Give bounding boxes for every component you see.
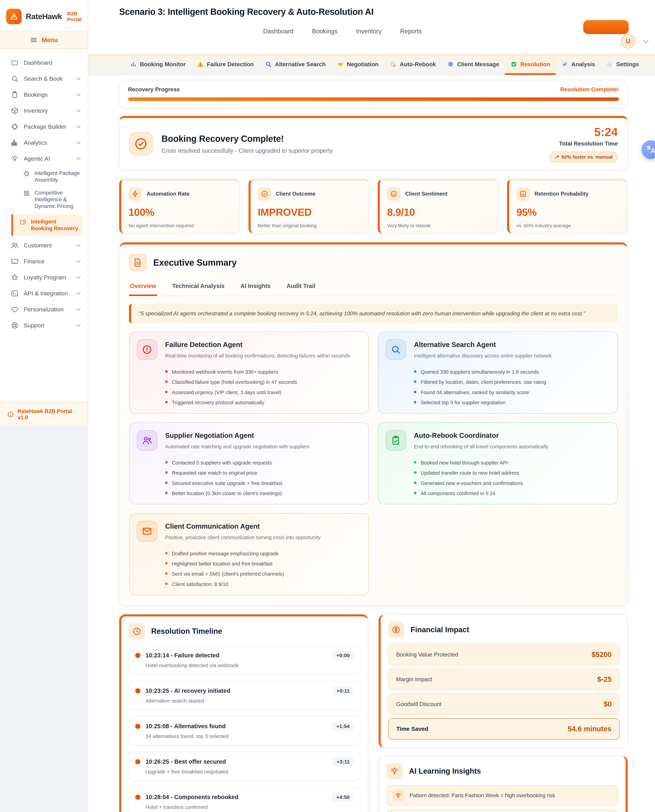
summary-tabs: Overview Technical Analysis AI Insights … xyxy=(129,280,618,296)
tab-overview[interactable]: Overview xyxy=(129,280,157,296)
sidebar-subitem-intelligent-package-assembly[interactable]: Intelligent Package Assembly xyxy=(0,167,88,186)
sidebar-item-personalization[interactable]: Personalization xyxy=(0,301,88,317)
tab-ai-insights[interactable]: AI Insights xyxy=(240,280,272,296)
lifebuoy-icon xyxy=(11,321,18,329)
sidebar-item-customers[interactable]: Customers xyxy=(0,237,88,254)
alert-circle-icon xyxy=(137,339,157,360)
progress-status: Resolution Complete! xyxy=(560,86,619,93)
sidebar-item-label: Package Builder xyxy=(24,123,66,130)
sidebar-item-analytics[interactable]: Analytics xyxy=(0,135,88,151)
sidebar-nav: Dashboard Search & Book Bookings Invento… xyxy=(0,49,88,402)
sidebar-item-loyalty-program[interactable]: Loyalty Program xyxy=(0,269,88,285)
stat-value: IMPROVED xyxy=(258,206,361,218)
magnifier-icon xyxy=(265,61,272,68)
check-circle-icon xyxy=(129,132,153,156)
stat-sub: vs. 60% industry average xyxy=(517,223,620,228)
users-icon xyxy=(11,241,18,249)
check-circle-icon xyxy=(258,187,271,201)
tab-alternative-search[interactable]: Alternative Search xyxy=(259,55,331,75)
sidebar-item-finance[interactable]: Finance xyxy=(0,254,88,269)
clipboard-icon xyxy=(11,91,18,98)
agent-card-supplier-negotiation: Supplier Negotiation Agent Automated rat… xyxy=(129,422,369,504)
sidebar-subitem-intelligent-booking-recovery[interactable]: Intelligent Booking Recovery xyxy=(11,214,83,236)
avatar[interactable]: U xyxy=(621,34,635,49)
stat-retention-probability: Retention Probability 95% vs. 60% indust… xyxy=(507,179,628,234)
clock-icon xyxy=(129,623,145,640)
info-icon xyxy=(7,411,14,418)
chevron-down-icon xyxy=(76,274,80,279)
tab-booking-monitor[interactable]: Booking Monitor xyxy=(125,55,191,75)
menu-toggle-button[interactable]: Menu xyxy=(0,31,88,49)
document-pen-icon xyxy=(390,61,397,68)
lightbulb-icon xyxy=(392,790,404,801)
header-nav-reports[interactable]: Reports xyxy=(400,28,422,35)
tab-resolution[interactable]: Resolution xyxy=(505,55,556,75)
clipboard-check-icon xyxy=(386,430,406,451)
bottom-grid: Resolution Timeline 10:23:14 - Failure d… xyxy=(119,614,628,812)
chip-icon xyxy=(23,170,30,177)
executive-summary-panel: Executive Summary Overview Technical Ana… xyxy=(119,242,628,606)
summary-quote: "5 specialized AI agents orchestrated a … xyxy=(129,304,618,323)
sidebar-item-agentic-ai[interactable]: Agentic AI xyxy=(0,151,88,167)
stat-value: 100% xyxy=(129,206,232,218)
insight-item: Supplier #45 downgraded to "Medium Relia… xyxy=(386,809,618,812)
hamburger-icon xyxy=(30,36,38,44)
user-menu[interactable]: U xyxy=(621,34,648,49)
agent-bullets: Drafted positive message emphasizing upg… xyxy=(165,547,361,587)
workflow-tabbar: Booking Monitor Failure Detection Altern… xyxy=(88,54,655,75)
header-nav-inventory[interactable]: Inventory xyxy=(356,28,381,35)
app-root: RateHawk B2B Portal Menu Dashboard Searc… xyxy=(0,0,655,812)
faster-badge: 92% faster vs. manual xyxy=(550,152,618,162)
terminal-icon xyxy=(11,289,18,297)
sidebar-item-label: Personalization xyxy=(24,306,64,313)
chevron-down-icon xyxy=(76,291,80,295)
brand-name: RateHawk xyxy=(26,12,62,21)
sidebar-item-support[interactable]: Support xyxy=(0,317,88,334)
tab-auto-rebook[interactable]: Auto-Rebook xyxy=(384,55,442,75)
zap-icon xyxy=(129,187,142,201)
chevron-down-icon xyxy=(76,242,80,247)
tab-failure-detection[interactable]: Failure Detection xyxy=(191,55,259,75)
financial-row: Margin Impact $-25 xyxy=(388,669,620,690)
tab-negotiation[interactable]: Negotiation xyxy=(331,55,384,75)
agent-bullets: Contacted 5 suppliers with upgrade reque… xyxy=(165,456,361,497)
dollar-icon xyxy=(388,621,404,638)
sidebar-subitem-label: Competitive Intelligence & Dynamic Prici… xyxy=(35,189,80,209)
envelope-icon xyxy=(137,521,157,541)
kpi-row: Automation Rate 100% No agent interventi… xyxy=(119,179,628,234)
sidebar-item-bookings[interactable]: Bookings xyxy=(0,87,88,103)
box-icon xyxy=(11,107,18,115)
heart-icon xyxy=(11,306,18,313)
tab-settings[interactable]: Settings xyxy=(601,55,645,75)
document-icon xyxy=(129,254,146,271)
elapsed-badge: +1:54 xyxy=(332,722,354,731)
header-nav-bookings[interactable]: Bookings xyxy=(312,28,337,35)
tab-technical-analysis[interactable]: Technical Analysis xyxy=(171,280,226,296)
brand-area: RateHawk B2B Portal xyxy=(0,0,88,31)
header-nav-dashboard[interactable]: Dashboard xyxy=(263,28,294,35)
tab-analysis[interactable]: Analysis xyxy=(556,55,601,75)
stat-client-outcome: Client Outcome IMPROVED Better than orig… xyxy=(249,179,369,234)
tab-client-message[interactable]: Client Message xyxy=(441,55,505,75)
financial-row: Booking Value Protected $5200 xyxy=(388,644,620,666)
sidebar-item-package-builder[interactable]: Package Builder xyxy=(0,119,88,135)
recovery-progress-card: Recovery Progress Resolution Complete! xyxy=(119,80,628,108)
banner-subtitle: Crisis resolved successfully - Client up… xyxy=(161,148,333,154)
search-icon xyxy=(386,339,406,360)
resolution-time-value: 5:24 xyxy=(550,125,618,139)
brand-badge: B2B Portal xyxy=(67,11,82,22)
elapsed-badge: +0:00 xyxy=(332,651,354,660)
gear-icon xyxy=(606,61,613,68)
search-icon xyxy=(11,75,18,83)
sidebar-item-inventory[interactable]: Inventory xyxy=(0,103,88,119)
tab-audit-trail[interactable]: Audit Trail xyxy=(286,280,316,296)
sidebar-item-search-book[interactable]: Search & Book xyxy=(0,71,88,87)
sidebar-item-label: Search & Book xyxy=(24,75,63,82)
stat-sub: Better than original booking xyxy=(258,223,361,228)
agent-card-alternative-search: Alternative Search Agent Intelligent alt… xyxy=(378,332,618,414)
timeline-dot xyxy=(135,653,140,658)
sidebar-item-api-integration[interactable]: API & Integration xyxy=(0,285,88,301)
sidebar-item-dashboard[interactable]: Dashboard xyxy=(0,55,88,71)
chevron-down-icon xyxy=(76,108,80,112)
sidebar-subitem-competitive-intelligence[interactable]: Competitive Intelligence & Dynamic Prici… xyxy=(0,186,88,213)
